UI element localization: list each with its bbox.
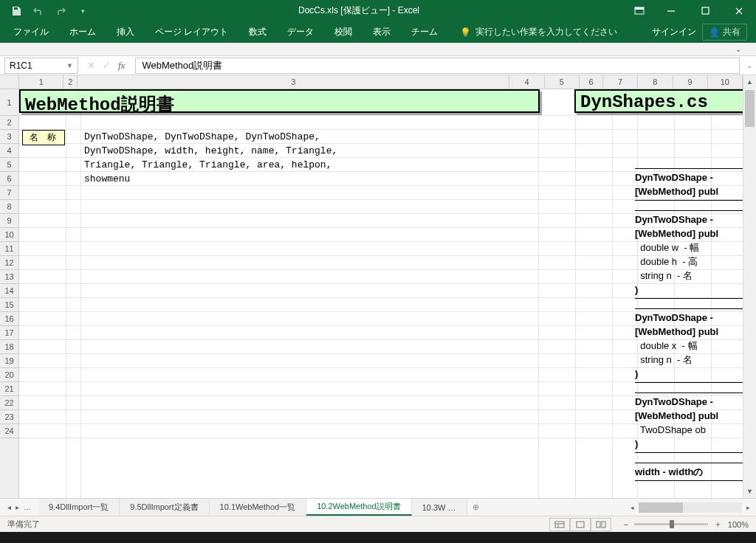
- share-icon: 👤: [709, 27, 720, 38]
- window-footer: [0, 532, 756, 543]
- sheet-tab[interactable]: 10.1WebMethod一覧: [210, 499, 307, 516]
- svg-rect-9: [602, 522, 605, 528]
- ribbon-tab[interactable]: 挿入: [106, 21, 145, 43]
- title-bar: ▾ DocCs.xls [保護ビュー] - Excel: [0, 0, 756, 21]
- status-text: 準備完了: [7, 519, 549, 530]
- scroll-up-icon[interactable]: ▲: [743, 75, 756, 89]
- name-box[interactable]: R1C1 ▼: [4, 58, 78, 74]
- content-line[interactable]: showmenu: [84, 173, 130, 184]
- sheet-tab[interactable]: 9.5DllImport定義書: [120, 499, 209, 516]
- horizontal-scrollbar[interactable]: ◂ ▸: [485, 502, 756, 513]
- ribbon-tab[interactable]: ファイル: [3, 21, 59, 43]
- save-icon[interactable]: [6, 2, 27, 20]
- select-all-corner[interactable]: [0, 75, 19, 89]
- share-button[interactable]: 👤 共有: [702, 24, 747, 41]
- ribbon-tab[interactable]: チーム: [401, 21, 448, 43]
- tab-nav-prev-icon[interactable]: ▸: [16, 503, 19, 511]
- expand-formula-bar-icon[interactable]: ⌄: [743, 61, 756, 69]
- vertical-scrollbar[interactable]: ▲ ▼: [743, 75, 756, 498]
- signin-link[interactable]: サインイン: [652, 26, 696, 38]
- zoom-slider[interactable]: [634, 523, 708, 525]
- minimize-button[interactable]: [654, 0, 688, 21]
- qat-customize-icon[interactable]: ▾: [72, 2, 93, 20]
- ribbon-tab[interactable]: 表示: [362, 21, 401, 43]
- sheet-tab[interactable]: 9.4DllImport一覧: [38, 499, 120, 516]
- row-headers[interactable]: 123456789101112131415161718192021222324: [0, 89, 19, 498]
- method-section[interactable]: DynTwoDShape - [WebMethod] publ TwoDShap…: [635, 392, 756, 453]
- scroll-thumb[interactable]: [745, 90, 755, 127]
- formula-input[interactable]: WebMethod説明書: [135, 58, 740, 74]
- title-box-right[interactable]: DynShapes.cs: [574, 89, 744, 113]
- new-sheet-button[interactable]: ⊕: [467, 502, 485, 512]
- cells-grid[interactable]: WebMethod説明書DynShapes.cs名 称DynTwoDShape,…: [19, 89, 743, 498]
- redo-icon[interactable]: [50, 2, 71, 20]
- scroll-down-icon[interactable]: ▼: [743, 485, 756, 498]
- cancel-formula-icon[interactable]: ✕: [87, 60, 95, 71]
- maximize-button[interactable]: [688, 0, 722, 21]
- zoom-level[interactable]: 100%: [728, 520, 749, 529]
- method-section[interactable]: DynTwoDShape - [WebMethod] publ: [635, 168, 756, 201]
- insert-function-icon[interactable]: fx: [118, 60, 125, 72]
- normal-view-button[interactable]: [549, 518, 570, 531]
- close-button[interactable]: [722, 0, 756, 21]
- tellme-input[interactable]: 実行したい作業を入力してください: [475, 26, 617, 38]
- ribbon-tab[interactable]: ホーム: [59, 21, 106, 43]
- content-line[interactable]: Triangle, Triangle, Triangle, area, help…: [84, 159, 331, 170]
- chevron-down-icon[interactable]: ▼: [66, 62, 73, 69]
- svg-rect-7: [577, 522, 584, 528]
- svg-rect-8: [597, 522, 600, 528]
- ribbon-options-icon[interactable]: [625, 0, 654, 21]
- zoom-out-button[interactable]: −: [623, 520, 628, 529]
- tab-nav-more-icon[interactable]: …: [24, 503, 31, 511]
- title-box-left[interactable]: WebMethod説明書: [19, 89, 540, 113]
- content-line[interactable]: DynTwoDShape, width, height, name, Trian…: [84, 145, 337, 156]
- formula-bar: R1C1 ▼ ✕ ✓ fx WebMethod説明書 ⌄: [0, 56, 756, 75]
- tellme-icon: 💡: [460, 27, 471, 38]
- window-title: DocCs.xls [保護ビュー] - Excel: [93, 4, 625, 17]
- enter-formula-icon[interactable]: ✓: [103, 60, 111, 71]
- ribbon-tabstrip: ファイルホーム挿入ページ レイアウト数式データ校閲表示チーム 💡 実行したい作業…: [0, 21, 756, 43]
- hscroll-thumb[interactable]: [639, 502, 683, 513]
- label-name-cell[interactable]: 名 称: [22, 130, 65, 145]
- ribbon-tab[interactable]: ページ レイアウト: [145, 21, 238, 43]
- method-section[interactable]: DynTwoDShape - [WebMethod] publ double w…: [635, 210, 756, 299]
- ribbon-tab[interactable]: データ: [277, 21, 324, 43]
- svg-rect-4: [555, 522, 564, 528]
- undo-icon[interactable]: [28, 2, 49, 20]
- svg-rect-1: [635, 7, 644, 10]
- zoom-in-button[interactable]: ＋: [714, 519, 722, 530]
- ribbon-expand-icon[interactable]: ⌄: [735, 45, 741, 53]
- page-break-view-button[interactable]: [591, 518, 611, 531]
- tab-nav-first-icon[interactable]: ◂: [7, 503, 11, 511]
- status-bar: 準備完了 − ＋ 100%: [0, 516, 756, 532]
- ribbon-tab[interactable]: 校閲: [324, 21, 362, 43]
- worksheet-area: 12345678910 1234567891011121314151617181…: [0, 75, 756, 498]
- page-layout-view-button[interactable]: [570, 518, 591, 531]
- method-section[interactable]: width - widthの: [635, 463, 756, 481]
- sheet-tab[interactable]: 10.3W …: [412, 499, 467, 516]
- method-section[interactable]: DynTwoDShape - [WebMethod] publ double x…: [635, 308, 756, 383]
- hscroll-right-icon[interactable]: ▸: [745, 504, 752, 511]
- sheet-tab[interactable]: 10.2WebMethod説明書: [306, 499, 412, 516]
- ribbon-tab[interactable]: 数式: [238, 21, 277, 43]
- ribbon-collapse-strip: ⌄: [0, 43, 756, 56]
- hscroll-left-icon[interactable]: ◂: [629, 504, 636, 511]
- svg-rect-3: [702, 7, 709, 14]
- column-headers[interactable]: 12345678910: [19, 75, 743, 89]
- content-line[interactable]: DynTwoDShape, DynTwoDShape, DynTwoDShape…: [84, 131, 320, 142]
- sheet-tab-strip: ◂ ▸ … 9.4DllImport一覧9.5DllImport定義書10.1W…: [0, 498, 756, 516]
